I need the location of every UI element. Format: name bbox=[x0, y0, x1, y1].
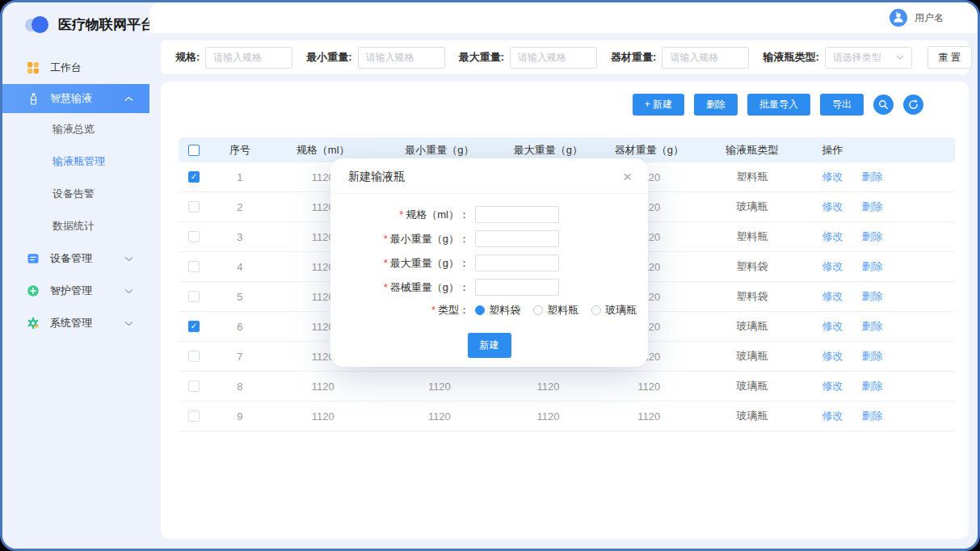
delete-link[interactable]: 删除 bbox=[862, 289, 883, 304]
select-all-checkbox[interactable] bbox=[188, 145, 200, 156]
delete-link[interactable]: 删除 bbox=[862, 409, 883, 423]
sidebar-item-label: 设备管理 bbox=[50, 251, 92, 266]
cell-bottle-type: 塑料瓶 bbox=[700, 229, 805, 244]
edit-link[interactable]: 修改 bbox=[822, 200, 843, 214]
username-label[interactable]: 用户名 bbox=[915, 11, 944, 25]
sidebar-subitem-infusion-overview[interactable]: 输液总览 bbox=[2, 113, 149, 145]
edit-link[interactable]: 修改 bbox=[822, 379, 843, 393]
chevron-down-icon bbox=[124, 256, 133, 262]
edit-link[interactable]: 修改 bbox=[822, 319, 843, 334]
edit-link[interactable]: 修改 bbox=[822, 409, 843, 423]
modal-type-radios: 塑料袋 塑料瓶 玻璃瓶 bbox=[475, 303, 637, 318]
sidebar-menu: 工作台 智慧输液 输液总览 输液瓶管理 设备告警 数据统计 设备管理 bbox=[2, 52, 149, 339]
row-checkbox[interactable] bbox=[188, 351, 200, 362]
modal-min-weight-input[interactable] bbox=[475, 230, 559, 247]
modal-spec-input[interactable] bbox=[475, 206, 559, 223]
edit-link[interactable]: 修改 bbox=[822, 349, 843, 364]
chevron-up-icon bbox=[124, 96, 133, 102]
material-weight-input[interactable] bbox=[662, 47, 749, 69]
row-checkbox[interactable] bbox=[188, 201, 200, 212]
chevron-down-icon bbox=[896, 55, 904, 60]
sidebar-item-care-management[interactable]: 智护管理 bbox=[2, 275, 149, 307]
sidebar-item-device-management[interactable]: 设备管理 bbox=[2, 242, 149, 275]
filter-bar: 规格: 最小重量: 最大重量: 器材重量: 输液瓶类型: bbox=[161, 40, 969, 74]
edit-link[interactable]: 修改 bbox=[822, 259, 843, 274]
delete-link[interactable]: 删除 bbox=[862, 319, 883, 334]
close-icon[interactable]: × bbox=[623, 169, 632, 184]
cell-bottle-type: 玻璃瓶 bbox=[700, 349, 805, 364]
required-marker: * bbox=[384, 281, 388, 293]
header-num: 序号 bbox=[215, 143, 265, 158]
sidebar-item-smart-infusion[interactable]: 智慧输液 bbox=[2, 84, 149, 113]
brand-logo-icon bbox=[25, 15, 51, 34]
min-weight-input[interactable] bbox=[358, 47, 445, 69]
reset-button[interactable]: 重 置 bbox=[927, 46, 972, 69]
modal-type-radio[interactable]: 塑料瓶 bbox=[533, 303, 578, 318]
sidebar-item-workbench[interactable]: 工作台 bbox=[2, 52, 149, 84]
header-max: 最大重量（g） bbox=[498, 143, 599, 158]
modal-max-weight-input[interactable] bbox=[475, 254, 559, 271]
row-checkbox[interactable] bbox=[188, 261, 200, 272]
new-button[interactable]: + 新建 bbox=[633, 94, 684, 116]
cell-index: 7 bbox=[215, 351, 265, 363]
cell-bottle-type: 玻璃瓶 bbox=[700, 319, 805, 334]
row-checkbox[interactable] bbox=[188, 231, 200, 242]
max-weight-input[interactable] bbox=[510, 47, 597, 69]
header-op: 操作 bbox=[805, 143, 955, 158]
user-avatar-icon[interactable] bbox=[890, 9, 907, 27]
export-button[interactable]: 导出 bbox=[820, 94, 864, 116]
spec-input[interactable] bbox=[205, 47, 292, 69]
sidebar-subitem-bottle-management[interactable]: 输液瓶管理 bbox=[2, 145, 149, 178]
batch-import-button[interactable]: 批量导入 bbox=[747, 94, 810, 116]
delete-link[interactable]: 删除 bbox=[862, 229, 883, 244]
header-type: 输液瓶类型 bbox=[700, 143, 805, 158]
radio-dot-icon bbox=[533, 305, 543, 315]
select-placeholder: 请选择类型 bbox=[833, 51, 881, 65]
modal-type-radio[interactable]: 塑料袋 bbox=[475, 303, 520, 318]
row-checkbox[interactable] bbox=[188, 321, 200, 332]
cell-index: 2 bbox=[215, 201, 265, 213]
infusion-bottle-icon bbox=[27, 92, 40, 105]
cell-spec: 1120 bbox=[265, 410, 381, 423]
row-checkbox[interactable] bbox=[188, 171, 200, 183]
sidebar-item-system-management[interactable]: 系统管理 bbox=[2, 307, 149, 339]
filter-field-material-weight: 器材重量: bbox=[611, 47, 749, 69]
sidebar-subitem-data-statistics[interactable]: 数据统计 bbox=[2, 210, 149, 242]
bottle-type-select[interactable]: 请选择类型 bbox=[825, 47, 912, 69]
modal-field-label: *器械重量（g）： bbox=[330, 280, 469, 295]
modal-type-radio[interactable]: 玻璃瓶 bbox=[591, 303, 637, 318]
delete-link[interactable]: 删除 bbox=[862, 200, 883, 214]
delete-link[interactable]: 删除 bbox=[862, 379, 883, 393]
modal-device-weight-input[interactable] bbox=[475, 279, 559, 296]
cell-bottle-type: 塑料瓶 bbox=[700, 170, 805, 184]
filter-field-min-weight: 最小重量: bbox=[306, 47, 444, 69]
radio-dot-icon bbox=[475, 305, 485, 315]
required-marker: * bbox=[384, 257, 388, 269]
required-marker: * bbox=[431, 304, 435, 316]
edit-link[interactable]: 修改 bbox=[822, 170, 843, 184]
table-row: 9 1120 1120 1120 1120 玻璃瓶 修改 删除 bbox=[179, 402, 955, 431]
topbar: 用户名 bbox=[149, 2, 978, 33]
sidebar-subitem-device-alarm[interactable]: 设备告警 bbox=[2, 178, 149, 210]
delete-link[interactable]: 删除 bbox=[862, 259, 883, 274]
search-icon[interactable] bbox=[873, 95, 894, 115]
refresh-icon[interactable] bbox=[903, 95, 923, 115]
row-checkbox[interactable] bbox=[188, 291, 200, 302]
edit-link[interactable]: 修改 bbox=[822, 289, 843, 304]
care-plus-icon bbox=[27, 284, 40, 297]
edit-link[interactable]: 修改 bbox=[822, 229, 843, 244]
filter-field-max-weight: 最大重量: bbox=[459, 47, 597, 69]
sidebar-item-label: 智慧输液 bbox=[50, 91, 92, 106]
modal-field-label: *最小重量（g）： bbox=[330, 232, 469, 246]
table-row: 8 1120 1120 1120 1120 玻璃瓶 修改 删除 bbox=[179, 372, 955, 402]
delete-link[interactable]: 删除 bbox=[862, 349, 883, 364]
modal-body: *规格（ml）： *最小重量（g）： *最大重量（g）： *器械重量（g）： *… bbox=[330, 194, 648, 358]
header-spec: 规格（ml） bbox=[265, 143, 381, 158]
modal-submit-button[interactable]: 新建 bbox=[468, 333, 511, 358]
row-checkbox[interactable] bbox=[188, 410, 200, 422]
delete-link[interactable]: 删除 bbox=[862, 170, 883, 184]
row-checkbox[interactable] bbox=[188, 381, 200, 392]
cell-index: 4 bbox=[215, 261, 265, 273]
cell-bottle-type: 塑料袋 bbox=[700, 259, 805, 274]
delete-button[interactable]: 删除 bbox=[694, 94, 738, 116]
